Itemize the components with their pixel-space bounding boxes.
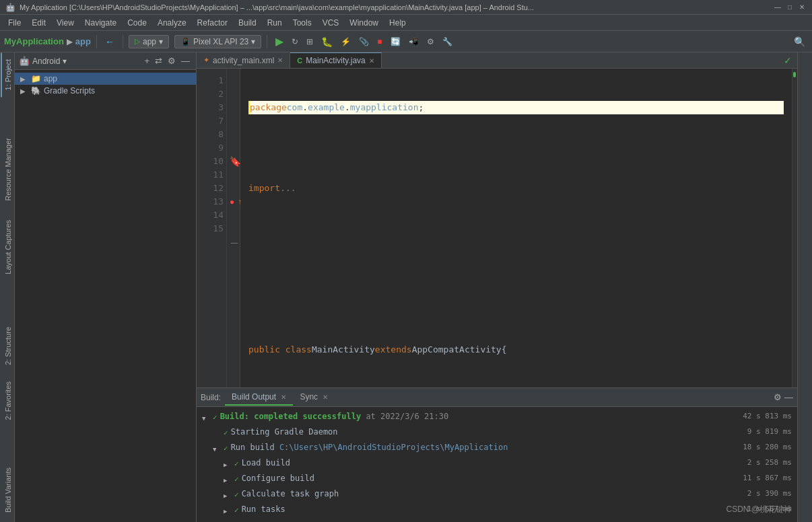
xml-tab-close[interactable]: ✕ [277,57,283,64]
code-line-3: import ... [248,182,784,195]
debug-button[interactable]: 🐛 [318,35,335,48]
menu-help[interactable]: Help [384,17,411,29]
tab-mainactivity-java[interactable]: C MainActivity.java ✕ [290,52,381,68]
module-dropdown-arrow: ▾ [159,37,163,46]
build-text-6: Calculate task graph [242,488,339,500]
bottom-settings-btn[interactable]: ⚙ [774,392,782,402]
tree-item-app[interactable]: ▶ 📁 app [15,73,196,85]
tab-resource-manager[interactable]: Resource Manager [1,131,14,208]
bottom-panel: Build: Build Output ✕ Sync ✕ ⚙ — ▼ [197,387,797,522]
xml-tab-label: activity_main.xml [213,56,274,65]
bottom-tabs: Build: Build Output ✕ Sync ✕ ⚙ — [197,388,797,407]
expand-icon-1[interactable]: ▼ [202,410,210,424]
code-content: package com.example.myapplication; impor… [240,69,792,387]
breadcrumb-app-name[interactable]: MyApplication [4,36,64,46]
build-row-5[interactable]: ▶ ✓ Configure build 11 s 867 ms [202,472,792,487]
window-controls: — □ ✕ [773,3,807,12]
menu-vcs[interactable]: VCS [317,17,345,29]
menu-run[interactable]: Run [262,17,287,29]
extra-button[interactable]: 🔧 [440,36,455,48]
close-button[interactable]: ✕ [797,3,807,12]
code-line-4 [248,222,784,235]
run-button[interactable]: ▶ [273,34,286,49]
maximize-button[interactable]: □ [785,3,794,12]
back-button[interactable]: ← [102,35,117,48]
tab-layout-captures[interactable]: Layout Captures [1,213,14,281]
menu-view[interactable]: View [51,17,79,29]
check-icon-2: ✓ [224,426,228,439]
breakpoint-icon[interactable]: ● [230,197,234,207]
menu-build[interactable]: Build [233,17,262,29]
menu-tools[interactable]: Tools [287,17,317,29]
minimize-button[interactable]: — [773,3,782,12]
menu-navigate[interactable]: Navigate [79,17,122,29]
folder-icon-app: 📁 [31,74,41,83]
editor-gutter: 🔖 ● ↑ — [227,69,240,387]
build-output-close[interactable]: ✕ [281,394,286,401]
device-dropdown[interactable]: 📱 Pixel XL API 23 ▾ [174,35,261,48]
tab-sync[interactable]: Sync ✕ [293,389,335,406]
build-row-4[interactable]: ▶ ✓ Load build 2 s 258 ms [202,456,792,472]
refresh-button[interactable]: ↻ [289,36,301,48]
check-icon-5: ✓ [234,472,239,486]
add-item-button[interactable]: + [142,55,151,67]
tab-project[interactable]: 1: Project [1,52,14,97]
module-dropdown[interactable]: ▷ app ▾ [129,35,169,48]
expand-icon-gradle[interactable]: ▶ [20,87,28,95]
profile-button[interactable]: ⚡ [338,36,353,48]
menu-refactor[interactable]: Refactor [192,17,233,29]
avd-button[interactable]: 📲 [406,36,421,48]
tab-structure[interactable]: 2: Structure [1,320,14,372]
sdk-button[interactable]: ⚙ [424,36,437,48]
java-tab-close[interactable]: ✕ [369,57,374,65]
stop-button[interactable]: ■ [374,36,384,48]
check-icon-4: ✓ [234,457,239,470]
file-panel-header: 🤖 Android ▾ + ⇄ ⚙ — [15,52,196,70]
tree-item-gradle[interactable]: ▶ 🐘 Gradle Scripts [15,85,196,97]
device-icon: 📱 [180,37,191,46]
sync-button[interactable]: 🔄 [388,36,403,48]
expand-icon-4[interactable]: ▶ [224,457,232,471]
breadcrumb-module[interactable]: app [75,36,91,46]
expand-icon-3[interactable]: ▼ [213,441,221,455]
build-row-3[interactable]: ▼ ✓ Run build C:\Users\HP\AndroidStudioP… [202,441,792,456]
expand-spacer-2: ▶ [213,426,221,440]
menu-edit[interactable]: Edit [26,17,51,29]
expand-icon-6[interactable]: ▶ [224,488,232,502]
settings-panel-button[interactable]: ⚙ [166,55,178,67]
sync-close[interactable]: ✕ [323,394,328,401]
tab-favorites[interactable]: 2: Favorites [1,375,14,426]
expand-icon-app[interactable]: ▶ [20,75,28,83]
build-row-7[interactable]: ▶ ✓ Run tasks 1 s 567 ms [202,502,792,518]
collapse-icon[interactable]: — [231,239,238,246]
collapse-panel-button[interactable]: — [179,55,192,67]
menu-code[interactable]: Code [122,17,152,29]
tab-build-output[interactable]: Build Output ✕ [225,389,293,406]
tab-activity-main-xml[interactable]: ✦ activity_main.xml ✕ [197,53,290,68]
build-row-1[interactable]: ▼ ✓ Build: completed successfully at 202… [202,410,792,425]
left-tabs-panel: 1: Project Resource Manager Layout Captu… [0,52,15,522]
expand-icon-5[interactable]: ▶ [224,472,232,486]
line-numbers: 1 2 3 7 8 9 10 11 12 13 14 15 [197,69,227,387]
menu-window[interactable]: Window [344,17,384,29]
breadcrumb-separator: ▶ [67,37,73,46]
build-row-6[interactable]: ▶ ✓ Calculate task graph 2 s 390 ms [202,487,792,502]
device-dropdown-arrow: ▾ [251,37,255,46]
expand-icon-7[interactable]: ▶ [224,503,232,517]
panel-dropdown-arrow[interactable]: ▾ [63,57,67,66]
attach-button[interactable]: 📎 [356,36,372,48]
bottom-collapse-btn[interactable]: — [784,392,793,402]
tab-build-variants[interactable]: Build Variants [1,461,14,519]
java-tab-icon: C [297,57,302,65]
menu-file[interactable]: File [3,17,26,29]
gradle-icon: 🐘 [31,86,41,96]
menu-analyze[interactable]: Analyze [152,17,192,29]
search-button[interactable]: 🔍 [791,35,808,48]
build-text-3: Run build C:\Users\HP\AndroidStudioProje… [231,441,508,453]
build-text-4: Load build [242,457,290,469]
step-button[interactable]: ⊞ [304,36,316,48]
sync-panel-button[interactable]: ⇄ [153,55,164,67]
build-row-2[interactable]: ▶ ✓ Starting Gradle Daemon 9 s 819 ms [202,425,792,441]
java-tab-label: MainActivity.java [306,56,365,65]
scroll-indicator [793,72,796,77]
